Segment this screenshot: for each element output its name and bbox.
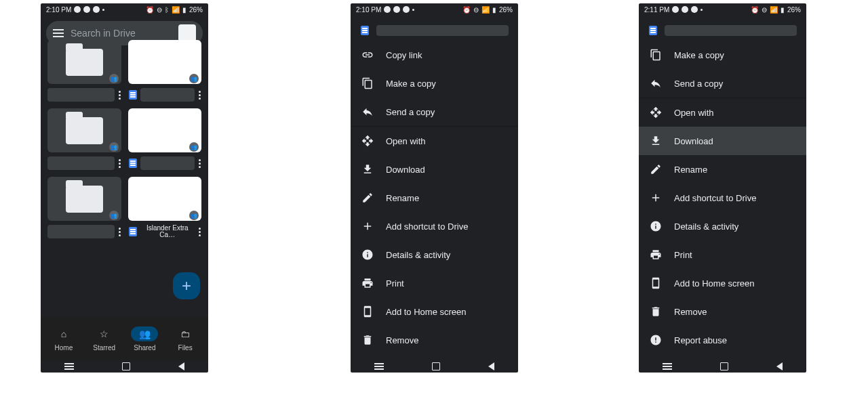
- notification-icon: [672, 6, 679, 13]
- menu-make-copy[interactable]: Make a copy: [639, 41, 806, 69]
- shared-badge-icon: 👥: [189, 74, 199, 83]
- file-name: Islander Extra Ca…: [140, 225, 195, 238]
- signal-icon: ▮: [182, 6, 186, 14]
- battery-text: 26%: [787, 6, 801, 14]
- more-options-icon[interactable]: [199, 159, 201, 168]
- back-button[interactable]: [488, 362, 494, 370]
- menu-details[interactable]: Details & activity: [639, 212, 806, 240]
- docs-icon: [648, 26, 658, 35]
- menu-make-copy[interactable]: Make a copy: [351, 69, 518, 98]
- print-icon: [650, 249, 662, 261]
- nav-starred[interactable]: ☆ Starred: [91, 326, 118, 352]
- recents-button[interactable]: [374, 366, 384, 367]
- file-card-doc[interactable]: 👥 Islander Extra Ca…: [128, 177, 202, 238]
- rename-icon: [650, 163, 662, 175]
- status-bar: 2:10 PM ⏰ ⊖ 📶 ▮ 26%: [351, 3, 518, 16]
- fab-new-button[interactable]: +: [173, 272, 200, 299]
- menu-add-shortcut[interactable]: Add shortcut to Drive: [639, 184, 806, 212]
- more-options-icon[interactable]: [119, 228, 121, 236]
- folder-icon: 🗀: [180, 328, 190, 339]
- file-card-folder[interactable]: 👥: [47, 108, 121, 170]
- home-button[interactable]: [720, 362, 728, 370]
- nav-label: Shared: [134, 344, 155, 352]
- file-card-doc[interactable]: 👥: [128, 40, 202, 102]
- menu-send-copy[interactable]: Send a copy: [639, 69, 806, 98]
- nav-home[interactable]: ⌂ Home: [50, 326, 77, 352]
- menu-item-label: Remove: [386, 335, 418, 345]
- menu-item-label: Copy link: [386, 50, 422, 60]
- more-options-icon[interactable]: [119, 159, 121, 168]
- menu-open-with[interactable]: Open with: [351, 127, 518, 155]
- shared-badge-icon: 👥: [109, 74, 119, 83]
- menu-details[interactable]: Details & activity: [351, 240, 518, 269]
- copy-icon: [650, 49, 662, 61]
- menu-item-label: Add shortcut to Drive: [674, 193, 756, 203]
- hamburger-menu-icon[interactable]: [53, 29, 64, 37]
- print-icon: [361, 277, 374, 289]
- shared-badge-icon: 👥: [109, 142, 119, 152]
- recents-button[interactable]: [64, 366, 74, 367]
- download-icon: [650, 135, 662, 147]
- menu-remove[interactable]: Remove: [639, 297, 806, 326]
- menu-item-label: Details & activity: [386, 250, 450, 260]
- home-button[interactable]: [122, 362, 130, 370]
- send-icon: [650, 77, 662, 89]
- menu-add-home[interactable]: Add to Home screen: [639, 269, 806, 297]
- search-input[interactable]: Search in Drive: [71, 28, 172, 39]
- menu-item-label: Open with: [386, 136, 426, 146]
- more-options-icon[interactable]: [119, 91, 121, 100]
- file-title: [665, 25, 797, 36]
- menu-remove[interactable]: Remove: [351, 326, 518, 354]
- shared-badge-icon: 👥: [109, 211, 119, 220]
- menu-rename[interactable]: Rename: [639, 155, 806, 184]
- system-nav: [41, 360, 208, 373]
- nav-files[interactable]: 🗀 Files: [172, 326, 199, 352]
- menu-download[interactable]: Download: [639, 127, 806, 155]
- menu-copy-link[interactable]: Copy link: [351, 41, 518, 69]
- nav-shared[interactable]: 👥 Shared: [131, 326, 158, 352]
- report-icon: [650, 334, 662, 346]
- menu-item-label: Send a copy: [674, 79, 723, 89]
- shared-badge-icon: 👥: [189, 142, 199, 152]
- system-nav: [639, 360, 806, 373]
- menu-download[interactable]: Download: [351, 155, 518, 184]
- menu-item-label: Add shortcut to Drive: [386, 221, 468, 232]
- file-name: [140, 88, 195, 102]
- menu-send-copy[interactable]: Send a copy: [351, 98, 518, 126]
- menu-add-home[interactable]: Add to Home screen: [351, 297, 518, 326]
- copy-link-icon: [361, 49, 374, 61]
- menu-open-with[interactable]: Open with: [639, 98, 806, 127]
- wifi-icon: 📶: [172, 6, 180, 14]
- back-button[interactable]: [776, 362, 783, 370]
- file-name: [140, 156, 195, 170]
- status-time: 2:11 PM: [644, 6, 669, 14]
- file-card-folder[interactable]: 👥: [47, 177, 121, 238]
- more-notifications-icon: [412, 9, 414, 11]
- menu-print[interactable]: Print: [639, 240, 806, 269]
- star-icon: ☆: [100, 328, 108, 339]
- notification-icon: [83, 6, 90, 13]
- menu-print[interactable]: Print: [351, 269, 518, 297]
- battery-text: 26%: [189, 6, 203, 14]
- menu-item-label: Print: [674, 250, 692, 260]
- file-card-doc[interactable]: 👥: [128, 108, 202, 170]
- menu-item-label: Add to Home screen: [386, 307, 467, 317]
- back-button[interactable]: [178, 362, 184, 370]
- menu-item-label: Report abuse: [674, 335, 727, 345]
- menu-item-label: Rename: [386, 193, 419, 203]
- notification-icon: [74, 6, 81, 13]
- alarm-icon: ⏰: [751, 6, 759, 14]
- home-screen-icon: [361, 305, 374, 318]
- menu-item-label: Add to Home screen: [674, 278, 755, 289]
- menu-report[interactable]: Report abuse: [639, 326, 806, 354]
- menu-item-label: Rename: [674, 165, 707, 175]
- menu-rename[interactable]: Rename: [351, 184, 518, 212]
- more-options-icon[interactable]: [199, 91, 201, 100]
- home-button[interactable]: [432, 362, 440, 370]
- docs-icon: [128, 90, 138, 100]
- more-options-icon[interactable]: [199, 228, 201, 236]
- menu-add-shortcut[interactable]: Add shortcut to Drive: [351, 212, 518, 240]
- menu-item-label: Details & activity: [674, 221, 738, 232]
- file-card-folder[interactable]: 👥: [47, 40, 121, 102]
- recents-button[interactable]: [663, 366, 672, 367]
